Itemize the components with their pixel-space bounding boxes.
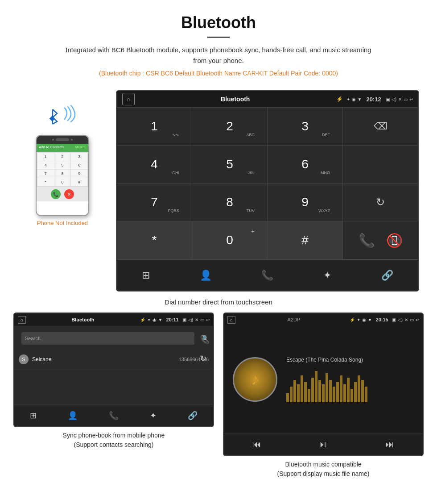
viz-bar	[322, 384, 325, 402]
music-back[interactable]: ↩	[416, 317, 419, 322]
pb-nav-bt[interactable]: ✦	[150, 411, 157, 421]
dialer-key-4[interactable]: 4 GHI	[117, 146, 192, 183]
dialer-num-1: 1	[151, 120, 158, 133]
music-album-art: ♪	[233, 357, 277, 402]
dialer-status-bar: ⌂ Bluetooth ⚡ ✦ ◉ ▼ 20:12 ▣ ◁) ✕ ▭ ↩	[117, 91, 418, 107]
page-title: Bluetooth	[9, 13, 428, 32]
music-next-icon[interactable]: ⏭	[385, 439, 394, 450]
viz-bar	[308, 389, 310, 402]
dialer-key-0[interactable]: 0 +	[192, 221, 268, 259]
dialer-key-9[interactable]: 9 WXYZ	[268, 183, 343, 221]
dialer-key-3[interactable]: 3 DEF	[268, 108, 343, 146]
phone-key-7[interactable]: 7	[37, 170, 54, 178]
dialer-key-hash[interactable]: #	[268, 221, 343, 259]
rect-icon: ▭	[404, 97, 408, 102]
pb-search-bar[interactable]: Search	[21, 332, 194, 345]
pb-nav-grid[interactable]: ⊞	[30, 411, 37, 421]
phone-illustration: ⬥ Add to	[18, 90, 107, 226]
phone-key-8[interactable]: 8	[54, 170, 71, 178]
music-signal: ▼	[368, 317, 372, 322]
dialer-num-2: 2	[226, 120, 233, 133]
dialer-key-8[interactable]: 8 TUV	[192, 183, 268, 221]
phone-key-0[interactable]: 0	[54, 178, 71, 186]
viz-bar	[311, 378, 314, 402]
phone-key-hash[interactable]: #	[71, 178, 87, 186]
pb-usb: ⚡	[140, 317, 145, 322]
phone-call-btn[interactable]: 📞	[51, 189, 61, 199]
refresh-icon: ↻	[376, 196, 385, 208]
back-icon[interactable]: ↩	[409, 97, 413, 102]
music-play-pause-icon[interactable]: ⏯	[319, 439, 328, 450]
bt-status-icon: ✦	[346, 97, 350, 102]
dialer-sub-4: GHI	[172, 171, 179, 175]
dialer-refresh[interactable]: ↻	[343, 183, 418, 221]
viz-bar	[340, 375, 342, 402]
music-time: 20:15	[376, 317, 388, 322]
status-icons-group: ✦ ◉ ▼ 20:12 ▣ ◁) ✕ ▭ ↩	[346, 96, 413, 103]
music-rect: ▭	[410, 317, 414, 322]
phone-key-4[interactable]: 4	[37, 161, 54, 169]
pb-nav-user[interactable]: 👤	[68, 411, 78, 421]
phone-key-2[interactable]: 2	[54, 153, 71, 161]
dialer-key-6[interactable]: 6 MNO	[268, 146, 343, 183]
pb-call-icon[interactable]: 📞	[200, 335, 210, 345]
phone-dot-1	[52, 139, 54, 141]
music-home-icon[interactable]: ⌂	[227, 316, 235, 324]
viz-bar	[318, 380, 321, 402]
nav-contacts-icon[interactable]: 👤	[200, 270, 212, 281]
description-text: Integrated with BC6 Bluetooth module, su…	[62, 45, 375, 66]
pb-signal: ▼	[158, 317, 163, 322]
call-end-button[interactable]: 📵	[385, 231, 404, 250]
phone-screen: Add to Contacts MORE 1 2 3 4 5 6 7 8 9 *…	[37, 144, 88, 215]
pb-home-icon[interactable]: ⌂	[18, 316, 26, 324]
dialer-num-5: 5	[226, 158, 233, 171]
car-dialer-screen: ⌂ Bluetooth ⚡ ✦ ◉ ▼ 20:12 ▣ ◁) ✕ ▭ ↩ 1 ∿…	[116, 90, 419, 292]
dialer-key-star[interactable]: *	[117, 221, 192, 259]
phone-key-6[interactable]: 6	[71, 161, 87, 169]
dialer-backspace[interactable]: ⌫	[343, 108, 418, 146]
dialer-key-2[interactable]: 2 ABC	[192, 108, 268, 146]
call-green-button[interactable]: 📞	[358, 231, 376, 250]
pb-back[interactable]: ↩	[206, 317, 210, 322]
viz-bar	[347, 378, 350, 402]
music-status-icons: ✦ ◉ ▼ 20:15 ▣ ◁) ✕ ▭ ↩	[357, 317, 419, 322]
dialer-key-7[interactable]: 7 PQRS	[117, 183, 192, 221]
viz-bar	[365, 387, 367, 402]
contact-item-seicane[interactable]: S Seicane 13566664466	[14, 351, 213, 368]
dialer-sub-7: PQRS	[168, 208, 179, 213]
dialer-num-0: 0	[226, 234, 233, 246]
dialer-sub-9: WXYZ	[318, 208, 330, 213]
phone-key-5[interactable]: 5	[54, 161, 71, 169]
dialer-key-5[interactable]: 5 JKL	[192, 146, 268, 183]
specs-text: (Bluetooth chip : CSR BC6 Default Blueto…	[9, 70, 428, 77]
dialer-title: Bluetooth	[135, 96, 336, 103]
music-shot: ⌂ A2DP ⚡ ✦ ◉ ▼ 20:15 ▣ ◁) ✕ ▭ ↩ ♪	[223, 312, 424, 479]
phone-key-star[interactable]: *	[37, 178, 54, 186]
nav-bt-icon[interactable]: ✦	[323, 270, 331, 281]
music-caption-text: Bluetooth music compatible(Support displ…	[277, 461, 370, 477]
nav-grid-icon[interactable]: ⊞	[142, 270, 150, 281]
pb-rect: ▭	[200, 317, 204, 322]
pb-nav-link[interactable]: 🔗	[188, 411, 198, 421]
dialer-key-1[interactable]: 1 ∿∿	[117, 108, 192, 146]
dialer-num-8: 8	[226, 196, 233, 208]
home-button[interactable]: ⌂	[122, 93, 135, 105]
call-red-icon: 📵	[386, 233, 403, 248]
phone-end-btn[interactable]: ✕	[64, 189, 74, 199]
phone-add-contact: Add to Contacts	[39, 145, 64, 149]
page-header: Bluetooth Integrated with BC6 Bluetooth …	[0, 0, 437, 81]
phone-key-3[interactable]: 3	[71, 153, 87, 161]
pb-refresh-icon[interactable]: ↻	[200, 354, 210, 363]
nav-phone-icon[interactable]: 📞	[261, 270, 273, 281]
dialer-call-buttons: 📞 📵	[343, 221, 418, 259]
dialer-empty-r2	[343, 146, 418, 183]
viz-bar	[350, 389, 353, 402]
viz-bar	[290, 387, 293, 402]
phone-key-9[interactable]: 9	[71, 170, 87, 178]
pb-cam: ▣	[182, 317, 186, 322]
music-prev-icon[interactable]: ⏮	[252, 439, 261, 450]
pb-nav-phone[interactable]: 📞	[109, 411, 119, 421]
phone-key-1[interactable]: 1	[37, 153, 54, 161]
nav-link-icon[interactable]: 🔗	[381, 270, 393, 281]
viz-bar	[358, 375, 360, 402]
